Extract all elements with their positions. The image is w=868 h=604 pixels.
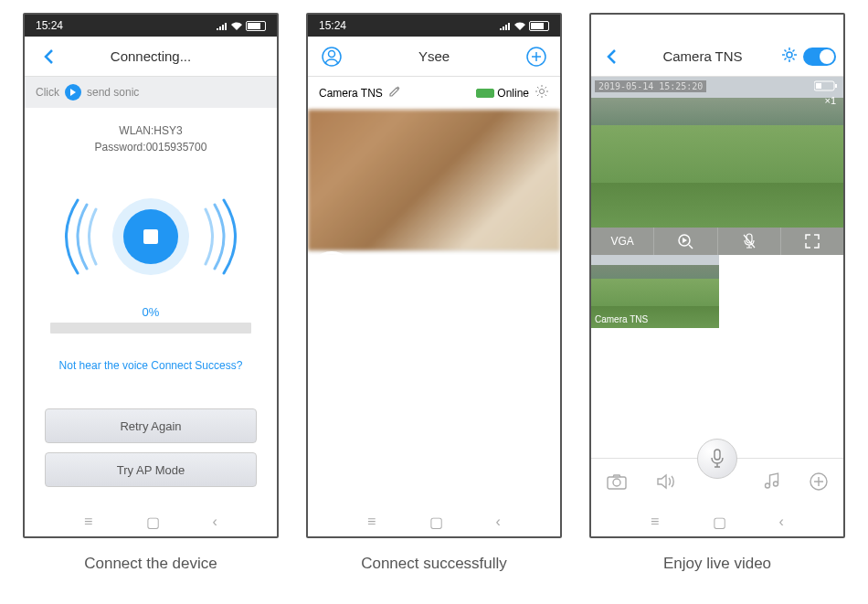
signal-icon	[217, 21, 228, 30]
battery-icon	[529, 21, 549, 31]
ap-mode-button[interactable]: Try AP Mode	[45, 452, 257, 487]
progress-section: 0%	[25, 296, 277, 343]
android-nav: ≡ ▢ ‹	[25, 507, 277, 536]
header: Camera TNS	[591, 37, 843, 77]
edit-icon	[388, 85, 401, 98]
magnifier-play-icon	[677, 233, 693, 249]
plus-circle-icon	[810, 472, 828, 491]
live-feed[interactable]: 2019-05-14 15:25:20 ×1	[591, 77, 843, 228]
back-button[interactable]	[598, 44, 624, 69]
mic-mute-icon	[742, 233, 757, 249]
nav-back[interactable]: ‹	[770, 508, 793, 535]
chevron-left-icon	[43, 48, 54, 65]
gear-icon	[781, 47, 798, 63]
speaker-icon	[657, 473, 675, 490]
online-badge: Online	[476, 87, 529, 100]
play-icon	[69, 89, 77, 96]
android-nav: ≡ ▢ ‹	[308, 507, 560, 536]
music-button[interactable]	[763, 472, 779, 494]
nav-back[interactable]: ‹	[204, 508, 227, 535]
mic-icon	[709, 449, 725, 469]
battery-overlay-icon	[814, 80, 838, 91]
profile-button[interactable]	[319, 44, 344, 69]
camera-settings-button[interactable]	[535, 84, 549, 101]
svg-point-15	[613, 479, 620, 486]
nav-home[interactable]: ▢	[704, 508, 736, 536]
header: Connecting...	[25, 37, 277, 77]
page-title: Connecting...	[61, 48, 240, 64]
feed-battery-overlay	[814, 80, 838, 91]
mic-button[interactable]	[697, 439, 737, 479]
svg-rect-10	[835, 84, 837, 88]
wifi-icon	[514, 21, 525, 30]
snapshot-button[interactable]	[607, 473, 627, 493]
sonic-row: Click send sonic	[25, 77, 277, 108]
video-preview-wrapper	[308, 110, 560, 251]
status-time: 15:24	[36, 19, 63, 32]
fullscreen-button[interactable]	[781, 228, 843, 255]
play-button[interactable]	[308, 251, 355, 299]
feed-controls: VGA	[591, 228, 843, 255]
camera-icon	[607, 473, 627, 490]
nav-menu[interactable]: ≡	[358, 508, 385, 535]
progress-bar	[50, 323, 251, 334]
add-button[interactable]	[524, 44, 549, 69]
svg-rect-13	[715, 450, 720, 460]
music-icon	[763, 472, 779, 491]
camera-thumb[interactable]: Camera TNS	[591, 255, 719, 328]
quality-button[interactable]: VGA	[591, 228, 654, 255]
phone-camera-list: 15:24 Ysee Camera TNS	[306, 13, 562, 538]
nav-menu[interactable]: ≡	[641, 508, 668, 535]
edit-name-button[interactable]	[388, 85, 401, 101]
mute-button[interactable]	[718, 228, 781, 255]
video-preview[interactable]	[308, 110, 560, 251]
svg-rect-2	[143, 229, 158, 244]
expand-icon	[805, 234, 820, 249]
back-button[interactable]	[36, 44, 61, 69]
thumb-grid: Camera TNS	[591, 255, 843, 328]
help-link[interactable]: Not hear the voice Connect Success?	[25, 359, 277, 372]
thumb-label: Camera TNS	[595, 314, 648, 324]
bottom-buttons: Retry Again Try AP Mode	[25, 408, 277, 507]
camera-name: Camera TNS	[319, 87, 383, 100]
play-sonic-button[interactable]	[65, 84, 81, 101]
feed-timestamp: 2019-05-14 15:25:20	[595, 80, 706, 92]
password-label: Password:0015935700	[25, 141, 277, 154]
caption-3: Enjoy live video	[663, 555, 771, 573]
plus-circle-icon	[526, 47, 546, 67]
svg-point-7	[787, 52, 792, 58]
wlan-label: WLAN:HSY3	[25, 124, 277, 137]
signal-icon	[500, 21, 511, 30]
svg-rect-9	[816, 83, 821, 89]
sound-button[interactable]	[657, 473, 675, 493]
status-bar	[591, 15, 843, 37]
svg-point-6	[540, 90, 545, 94]
user-icon	[322, 47, 342, 67]
sonic-visual	[25, 177, 277, 296]
wifi-icon	[231, 21, 242, 30]
nav-home[interactable]: ▢	[137, 508, 169, 536]
click-label: Click	[36, 86, 59, 99]
battery-green-icon	[476, 89, 494, 98]
wifi-info: WLAN:HSY3 Password:0015935700	[25, 108, 277, 170]
stream-toggle[interactable]	[803, 48, 836, 66]
page-title: Ysee	[344, 48, 524, 64]
nav-home[interactable]: ▢	[420, 508, 452, 536]
header: Ysee	[308, 37, 560, 77]
camera-row: Camera TNS Online	[308, 77, 560, 110]
status-time: 15:24	[319, 19, 346, 32]
phone-live-view: Camera TNS 2019-05-14 15:25:20 ×1	[589, 13, 845, 538]
status-label: Online	[497, 87, 529, 100]
zoom-button[interactable]	[654, 228, 717, 255]
phone-connecting: 15:24 Connecting... Click	[23, 13, 279, 538]
android-nav: ≡ ▢ ‹	[591, 507, 843, 536]
bottom-toolbar	[591, 458, 843, 507]
status-bar: 15:24	[308, 15, 560, 37]
add-button[interactable]	[810, 472, 828, 494]
battery-icon	[246, 21, 266, 31]
settings-button[interactable]	[781, 47, 798, 67]
nav-back[interactable]: ‹	[487, 508, 510, 535]
nav-menu[interactable]: ≡	[75, 508, 101, 535]
retry-button[interactable]: Retry Again	[45, 408, 257, 443]
chevron-left-icon	[606, 48, 617, 65]
